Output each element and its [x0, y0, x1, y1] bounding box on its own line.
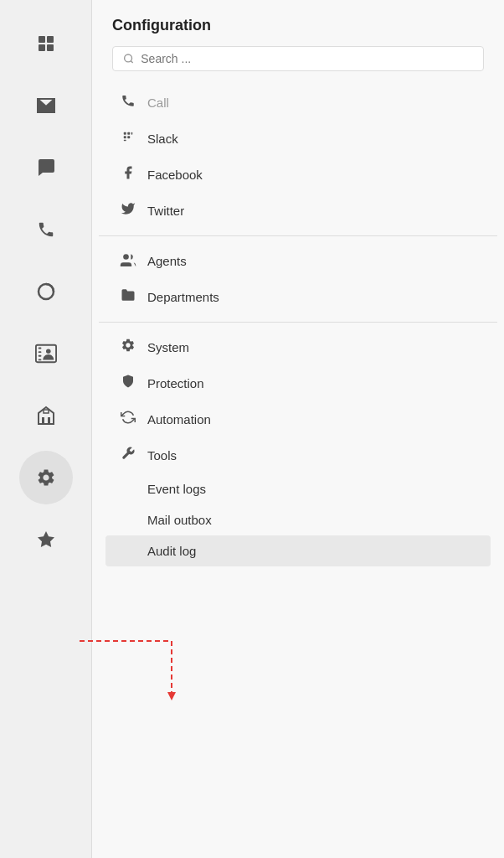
twitter-icon	[119, 201, 137, 220]
mailoutbox-label: Mail outbox	[119, 513, 212, 527]
mail-icon	[36, 97, 56, 114]
divider-1	[99, 235, 497, 236]
search-box[interactable]	[112, 46, 484, 71]
knowledge-icon	[36, 406, 56, 426]
protection-label: Protection	[147, 376, 204, 390]
main-panel: Configuration Call	[92, 0, 504, 858]
sidebar-item-knowledge[interactable]	[19, 389, 73, 442]
svg-point-10	[46, 349, 51, 354]
eventlogs-label: Event logs	[119, 482, 206, 496]
grid-icon	[36, 34, 56, 54]
sidebar-item-phone[interactable]	[19, 203, 73, 256]
svg-rect-21	[131, 132, 133, 135]
main-content: Call Slack	[92, 85, 504, 858]
svg-rect-8	[38, 355, 41, 357]
channels-section: Call Slack	[99, 85, 497, 229]
svg-rect-17	[124, 132, 126, 135]
sidebar-item-reports[interactable]	[19, 265, 73, 318]
menu-item-slack[interactable]: Slack	[105, 121, 491, 157]
facebook-label: Facebook	[147, 168, 203, 182]
menu-item-facebook[interactable]: Facebook	[105, 157, 491, 193]
svg-rect-13	[44, 410, 49, 413]
menu-item-departments[interactable]: Departments	[105, 279, 491, 315]
menu-item-twitter[interactable]: Twitter	[105, 193, 491, 229]
auditlog-label: Audit log	[119, 544, 196, 558]
svg-rect-6	[38, 348, 41, 349]
tools-icon	[119, 446, 137, 465]
panel-header: Configuration	[92, 0, 504, 85]
svg-rect-11	[42, 417, 44, 424]
svg-rect-2	[39, 44, 45, 51]
svg-rect-12	[48, 417, 50, 424]
svg-rect-20	[127, 136, 130, 138]
svg-point-15	[125, 54, 132, 62]
automation-label: Automation	[147, 412, 211, 426]
menu-item-automation[interactable]: Automation	[105, 401, 491, 437]
slack-label: Slack	[147, 132, 178, 146]
system-icon	[119, 338, 137, 357]
menu-item-mailoutbox[interactable]: Mail outbox	[105, 504, 491, 535]
settings-icon	[36, 468, 56, 488]
star-icon	[36, 530, 56, 550]
contacts-icon	[35, 344, 57, 364]
departments-label: Departments	[147, 290, 219, 304]
call-icon	[119, 93, 137, 112]
menu-item-tools[interactable]: Tools	[105, 437, 491, 473]
sidebar-item-mail[interactable]	[19, 79, 73, 132]
search-input[interactable]	[141, 52, 473, 65]
divider-2	[99, 322, 497, 323]
svg-line-16	[131, 61, 132, 63]
svg-rect-3	[47, 44, 54, 51]
protection-icon	[119, 374, 137, 393]
sidebar-item-featured[interactable]	[19, 513, 73, 566]
menu-item-agents[interactable]: Agents	[105, 243, 491, 279]
team-section: Agents Departments	[99, 243, 497, 315]
slack-icon	[119, 129, 137, 148]
menu-item-protection[interactable]: Protection	[105, 365, 491, 401]
svg-rect-1	[47, 36, 54, 43]
reports-icon	[36, 282, 56, 302]
sidebar-item-settings[interactable]	[19, 451, 73, 504]
svg-rect-18	[124, 136, 126, 138]
twitter-label: Twitter	[147, 204, 184, 218]
svg-rect-22	[124, 140, 126, 142]
call-label: Call	[147, 96, 169, 110]
sidebar-item-contacts[interactable]	[19, 327, 73, 380]
svg-rect-0	[39, 36, 45, 43]
svg-rect-19	[127, 132, 130, 135]
system-section: System Protection Automa	[99, 329, 497, 566]
departments-icon	[119, 287, 137, 307]
sidebar-item-chat[interactable]	[19, 141, 73, 194]
menu-item-system[interactable]: System	[105, 329, 491, 365]
sidebar	[0, 0, 92, 858]
menu-item-auditlog[interactable]: Audit log	[105, 535, 491, 566]
search-icon	[123, 53, 134, 65]
agents-label: Agents	[147, 254, 187, 268]
chat-icon	[36, 158, 56, 178]
automation-icon	[119, 410, 137, 429]
phone-icon	[37, 220, 55, 239]
svg-rect-7	[38, 351, 41, 353]
menu-item-call[interactable]: Call	[105, 85, 491, 121]
svg-point-23	[123, 254, 129, 260]
agents-icon	[119, 251, 137, 271]
page-title: Configuration	[112, 17, 484, 34]
svg-rect-9	[38, 359, 41, 361]
tools-label: Tools	[147, 448, 177, 463]
facebook-icon	[119, 165, 137, 184]
sidebar-item-dashboard[interactable]	[19, 17, 73, 70]
menu-item-eventlogs[interactable]: Event logs	[105, 473, 491, 504]
system-label: System	[147, 340, 189, 354]
